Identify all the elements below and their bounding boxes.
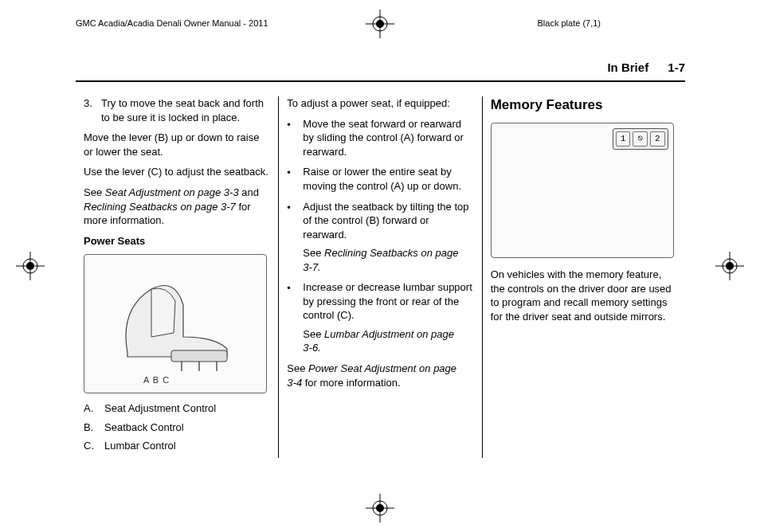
see-reference: See Seat Adjustment on page 3‑3 and Recl…	[84, 186, 270, 228]
svg-point-15	[726, 262, 734, 270]
svg-point-7	[376, 504, 384, 512]
paragraph: Use the lever (C) to adjust the seatback…	[84, 165, 270, 179]
legend-item-b: B.Seatback Control	[84, 421, 270, 435]
bullet-item: • Raise or lower the entire seat by movi…	[287, 165, 473, 193]
svg-rect-16	[171, 350, 227, 362]
bullet-icon: •	[287, 117, 303, 159]
print-header: GMC Acadia/Acadia Denali Owner Manual - …	[0, 18, 760, 29]
page-number: 1-7	[668, 61, 685, 74]
column-1: 3. Try to move the seat back and forth t…	[76, 96, 278, 458]
column-2: To adjust a power seat, if equipped: • M…	[278, 96, 481, 458]
figure-labels: A B C	[96, 374, 255, 386]
running-head: In Brief 1-7	[76, 60, 685, 82]
memory-button-2: 2	[650, 131, 665, 147]
paragraph: On vehicles with the memory feature, the…	[491, 268, 677, 323]
plate-info: Black plate (7,1)	[538, 18, 601, 29]
subhead-power-seats: Power Seats	[84, 234, 270, 248]
legend-item-a: A.Seat Adjustment Control	[84, 401, 270, 416]
figure-power-seat: A B C	[84, 254, 267, 393]
legend-item-c: C.Lumbar Control	[84, 439, 270, 453]
svg-point-11	[26, 262, 34, 270]
see-reference: See Power Seat Adjustment on page 3‑4 fo…	[287, 362, 473, 389]
xref: Seat Adjustment on page 3‑3	[105, 186, 239, 198]
crop-mark-bottom	[366, 494, 394, 522]
bullet-item: • Move the seat forward or rearward by s…	[287, 117, 473, 159]
crop-mark-right	[715, 252, 744, 280]
bullet-icon: •	[287, 165, 303, 193]
step-text: Try to move the seat back and forth to b…	[101, 96, 270, 124]
figure-memory-controls: 1 ⎋ 2	[491, 123, 674, 258]
xref: Reclining Seatbacks on page 3‑7	[84, 201, 236, 213]
step-number: 3.	[84, 96, 101, 124]
bullet-icon: •	[287, 200, 303, 275]
step-3: 3. Try to move the seat back and forth t…	[84, 96, 270, 124]
page-body: In Brief 1-7 3. Try to move the seat bac…	[76, 60, 685, 458]
column-3: Memory Features 1 ⎋ 2 On vehicles with t…	[482, 96, 685, 458]
memory-switch-graphic: 1 ⎋ 2	[613, 128, 668, 150]
memory-button-exit-icon: ⎋	[633, 131, 648, 147]
section-name: In Brief	[607, 61, 648, 74]
xref: Lumbar Adjustment on page 3‑6.	[303, 328, 454, 354]
paragraph: Move the lever (B) up or down to raise o…	[84, 131, 270, 158]
memory-button-1: 1	[616, 131, 631, 147]
intro-line: To adjust a power seat, if equipped:	[287, 96, 473, 111]
bullet-item: • Adjust the seatback by tilting the top…	[287, 200, 473, 275]
bullet-icon: •	[287, 280, 303, 355]
bullet-item: • Increase or decrease lumbar support by…	[287, 280, 473, 355]
xref: Reclining Seatbacks on page 3‑7.	[303, 247, 458, 273]
crop-mark-left	[16, 252, 45, 280]
manual-title: GMC Acadia/Acadia Denali Owner Manual - …	[76, 18, 268, 29]
heading-memory-features: Memory Features	[491, 96, 677, 115]
